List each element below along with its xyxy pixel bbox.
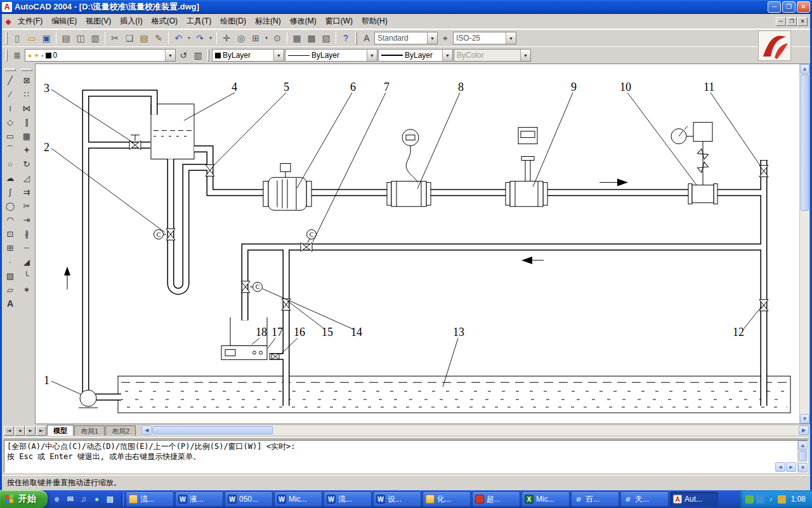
vertical-scroll-track[interactable]	[800, 211, 809, 414]
restore-button[interactable]: ❐	[782, 1, 796, 13]
canvas-horizontal-scrollbar[interactable]: ◀ ▶	[141, 425, 809, 435]
trim-icon[interactable]: ✂	[19, 199, 34, 213]
linetype-combo[interactable]: ByLayer ▼	[285, 49, 377, 62]
zoom-window-icon[interactable]: ⊞	[249, 31, 263, 45]
taskbar-button-9[interactable]: XMic...	[521, 491, 570, 507]
minimize-button[interactable]: ─	[768, 1, 781, 13]
toolbar-grip[interactable]	[6, 32, 8, 44]
break-at-point-icon[interactable]: ∦	[19, 227, 34, 241]
extend-icon[interactable]: ⇥	[19, 213, 34, 227]
layer-manager-icon[interactable]: ≣	[10, 48, 24, 62]
array-icon[interactable]: ▦	[19, 129, 34, 143]
zoom-realtime-icon[interactable]: ◎	[234, 31, 248, 45]
circle-icon[interactable]: ○	[3, 157, 18, 171]
menu-item-11[interactable]: 帮助(H)	[357, 14, 392, 29]
dim-style-combo[interactable]: ISO-25 ▼	[453, 32, 516, 44]
arc-icon[interactable]: ⌒	[3, 143, 18, 157]
insert-block-icon[interactable]: ⊡	[3, 227, 18, 241]
taskbar-button-2[interactable]: W液...	[175, 491, 223, 507]
revision-cloud-icon[interactable]: ☁	[3, 171, 18, 185]
taskbar-button-3[interactable]: W050...	[225, 491, 273, 507]
tab-layout2[interactable]: 布局2	[105, 425, 136, 436]
copy-icon[interactable]: ❏	[122, 31, 136, 45]
help-icon[interactable]: ?	[339, 31, 353, 45]
layer-freeze-icon[interactable]: ☀	[34, 52, 39, 59]
media-player-icon[interactable]: ♫	[78, 494, 89, 505]
drawing-canvas[interactable]: C C C	[35, 64, 810, 424]
combo-arrow-icon[interactable]: ▼	[442, 50, 452, 61]
plot-preview-icon[interactable]: ◫	[74, 31, 88, 45]
menu-item-8[interactable]: 标注(N)	[251, 14, 285, 29]
undo-icon[interactable]: ↶	[171, 31, 185, 45]
scroll-up-icon[interactable]: ▲	[800, 64, 809, 74]
hatch-icon[interactable]: ▨	[3, 269, 18, 283]
taskbar-button-4[interactable]: WMic...	[274, 491, 322, 507]
make-block-icon[interactable]: ⊞	[3, 241, 18, 255]
menu-item-2[interactable]: 编辑(E)	[47, 14, 81, 29]
tool-palettes-icon[interactable]: ▨	[319, 31, 333, 45]
taskbar-button-12[interactable]: AAut...	[670, 491, 718, 507]
taskbar-button-7[interactable]: 化...	[422, 491, 471, 507]
menu-item-1[interactable]: 文件(F)	[13, 14, 47, 29]
combo-arrow-icon[interactable]: ▼	[367, 50, 377, 61]
erase-icon[interactable]: ⊠	[19, 73, 34, 87]
zoom-previous-icon[interactable]: ⊙	[270, 31, 284, 45]
region-icon[interactable]: ▱	[3, 283, 18, 297]
chamfer-icon[interactable]: ◢	[19, 255, 34, 269]
toolbar-grip[interactable]	[355, 32, 357, 44]
tray-status-icon-2[interactable]	[756, 495, 764, 504]
offset-icon[interactable]: ∥	[19, 115, 34, 129]
doc-minimize-button[interactable]: ─	[776, 17, 786, 26]
combo-arrow-icon[interactable]: ▼	[165, 50, 175, 61]
redo-icon-flyout[interactable]: ▾	[207, 31, 214, 45]
explode-icon[interactable]: ✶	[19, 283, 34, 297]
taskbar-button-5[interactable]: W流...	[324, 491, 372, 507]
line-icon[interactable]: ╱	[3, 73, 18, 87]
open-icon[interactable]: ▭	[25, 31, 39, 45]
redo-icon[interactable]: ↷	[193, 31, 207, 45]
start-button[interactable]: 开始	[0, 490, 48, 508]
taskbar-button-1[interactable]: 流...	[126, 491, 174, 507]
fillet-icon[interactable]: ╰	[19, 269, 34, 283]
ellipse-arc-icon[interactable]: ◠	[3, 213, 18, 227]
tray-status-icon-3[interactable]	[778, 495, 786, 504]
menu-item-10[interactable]: 窗口(W)	[321, 14, 357, 29]
text-style-combo[interactable]: Standard ▼	[374, 32, 438, 44]
tab-layout1[interactable]: 布局1	[74, 425, 105, 436]
move-icon[interactable]: +	[19, 143, 34, 157]
messenger-icon[interactable]: ●	[91, 494, 102, 505]
text-style-icon[interactable]: A	[360, 31, 374, 45]
cut-icon[interactable]: ✂	[108, 31, 122, 45]
layer-on-icon[interactable]: ●	[28, 52, 32, 59]
scroll-down-icon[interactable]: ▼	[800, 414, 809, 424]
copy-object-icon[interactable]: ∷	[19, 87, 34, 101]
rotate-icon[interactable]: ↻	[19, 157, 34, 171]
pan-icon[interactable]: ✛	[219, 31, 233, 45]
menu-item-9[interactable]: 修改(M)	[285, 14, 321, 29]
scroll-right-icon[interactable]: ▶	[799, 425, 809, 435]
volume-icon[interactable]: ♪	[767, 495, 775, 504]
command-scrollbar[interactable]: ▲ ▼	[797, 441, 808, 472]
tab-next-icon[interactable]: ▶	[25, 426, 36, 436]
break-icon[interactable]: ┄	[19, 241, 34, 255]
horizontal-scroll-thumb[interactable]	[152, 426, 273, 434]
save-icon[interactable]: ▣	[39, 31, 53, 45]
mirror-icon[interactable]: ⋈	[19, 101, 34, 115]
toolbar-grip[interactable]	[6, 49, 8, 62]
show-desktop-icon[interactable]: ▤	[105, 494, 115, 505]
layer-previous-icon[interactable]: ↺	[176, 48, 190, 62]
combo-arrow-icon[interactable]: ▼	[273, 50, 284, 61]
layer-lock-icon[interactable]: ▪	[41, 52, 44, 59]
menu-item-4[interactable]: 插入(I)	[115, 14, 147, 29]
color-combo[interactable]: ByLayer ▼	[212, 49, 284, 62]
combo-arrow-icon[interactable]: ▼	[427, 32, 437, 44]
stretch-icon[interactable]: ⇉	[19, 185, 34, 199]
cmd-scroll-right-icon[interactable]: ▶	[786, 462, 796, 472]
internet-explorer-icon[interactable]: e	[51, 494, 62, 505]
doc-restore-button[interactable]: ❐	[787, 17, 797, 26]
point-icon[interactable]: ∙	[3, 255, 18, 269]
toolbar-grip[interactable]	[4, 69, 16, 71]
command-history[interactable]: [全部(A)/中心点(C)/动态(D)/范围(E)/上一个(P)/比例(S)/窗…	[4, 441, 797, 472]
dim-style-icon[interactable]: ⌖	[438, 31, 452, 45]
canvas-vertical-scrollbar[interactable]: ▲ ▼	[799, 64, 809, 424]
